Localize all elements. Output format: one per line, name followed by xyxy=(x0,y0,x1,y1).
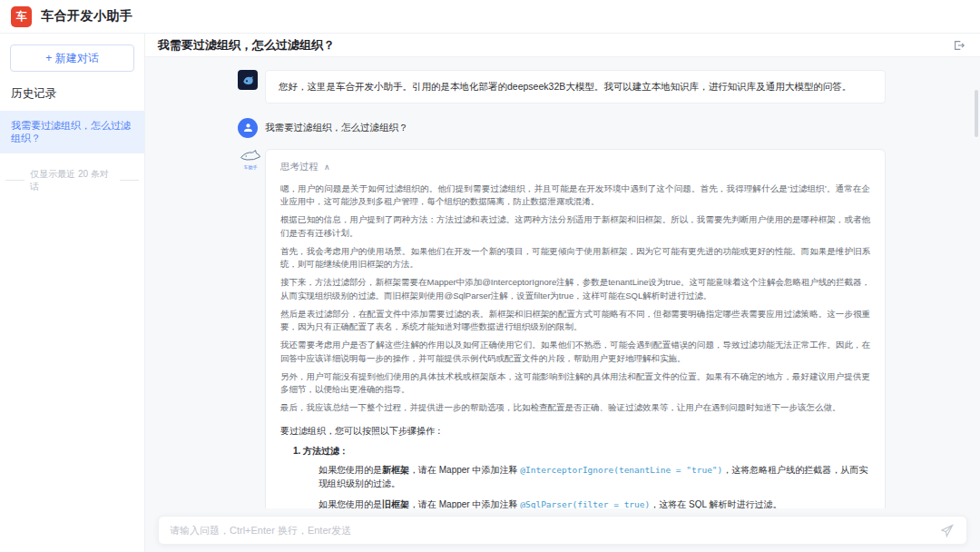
thinking-paragraph: 接下来，方法过滤部分，新框架需要在Mapper中添加@InterceptorIg… xyxy=(280,276,870,302)
user-message-row: 我需要过滤组织，怎么过滤组织？ xyxy=(238,118,886,138)
thinking-paragraph: 另外，用户可能没有提到他们使用的具体技术栈或框架版本，这可能影响到注解的具体用法… xyxy=(280,370,870,397)
assistant-answer-row: 车助手 思考过程∧ 嗯，用户的问题是关于如何过滤组织的。他们提到需要过滤组织，并… xyxy=(238,149,886,508)
inline-code: @SqlParser(filter = true) xyxy=(520,499,650,508)
app-title: 车合开发小助手 xyxy=(41,8,133,25)
chat-main: 我需要过滤组织，怎么过滤组织？ xyxy=(145,34,980,552)
chat-titlebar: 我需要过滤组织，怎么过滤组织？ xyxy=(145,34,980,57)
scrollbar[interactable] xyxy=(975,90,978,137)
thinking-paragraph: 然后是表过滤部分，在配置文件中添加需要过滤的表。新框架和旧框架的配置方式可能略有… xyxy=(280,308,870,334)
thinking-paragraph: 最后，我应该总结一下整个过程，并提供进一步的帮助选项，比如检查配置是否正确、验证… xyxy=(280,401,870,414)
chat-title: 我需要过滤组织，怎么过滤组织？ xyxy=(158,37,953,54)
message-input[interactable] xyxy=(170,525,939,536)
divider xyxy=(5,180,24,181)
user-avatar xyxy=(238,118,258,138)
step1-line2: 如果您使用的是旧框架，请在 Mapper 中添加注释 @SqlParser(fi… xyxy=(318,498,870,508)
composer-area xyxy=(145,508,980,552)
composer-box xyxy=(158,516,967,545)
answer-step-1: 1. 方法过滤： 如果您使用的是新框架，请在 Mapper 中添加注释 @Int… xyxy=(293,444,870,508)
inline-code: @InterceptorIgnore(tenantLine = "true") xyxy=(520,465,722,475)
app-header: 车 车合开发小助手 xyxy=(0,0,980,34)
collapse-icon: ∧ xyxy=(324,163,330,172)
sidebar: + 新建对话 历史记录 我需要过滤组织，怎么过滤组织？ 仅显示最近 20 条对话 xyxy=(0,34,145,552)
answer-body: 要过滤组织，您可以按照以下步骤操作： 1. 方法过滤： 如果您使用的是新框架，请… xyxy=(280,424,870,508)
sidebar-history-item-active[interactable]: 我需要过滤组织，怎么过滤组织？ xyxy=(0,111,144,153)
chat-scroll-area[interactable]: 您好，这里是车合开发小助手。引用的是本地化部署的deepseek32B大模型。我… xyxy=(145,57,980,508)
assistant-answer-card: 思考过程∧ 嗯，用户的问题是关于如何过滤组织的。他们提到需要过滤组织，并且可能是… xyxy=(265,149,886,508)
thinking-paragraph: 根据已知的信息，用户提到了两种方法：方法过滤和表过滤。这两种方法分别适用于新框架… xyxy=(280,213,870,240)
whale-avatar-caption: 车助手 xyxy=(244,164,258,170)
history-limit-note: 仅显示最近 20 条对话 xyxy=(0,168,144,193)
thinking-paragraph: 我还需要考虑用户是否了解这些注解的作用以及如何正确使用它们。如果他们不熟悉，可能… xyxy=(280,339,870,365)
divider xyxy=(120,180,139,181)
app-window: 车 车合开发小助手 + 新建对话 历史记录 我需要过滤组织，怎么过滤组织？ 仅显… xyxy=(0,0,980,552)
thinking-toggle[interactable]: 思考过程∧ xyxy=(280,161,870,173)
history-section-label: 历史记录 xyxy=(0,72,144,111)
assistant-greeting-bubble: 您好，这里是车合开发小助手。引用的是本地化部署的deepseek32B大模型。我… xyxy=(265,70,886,104)
export-icon[interactable] xyxy=(953,38,967,53)
assistant-avatar xyxy=(238,70,258,90)
send-icon[interactable] xyxy=(939,522,956,538)
thinking-paragraph: 首先，我会考虑用户的使用场景。如果他们在开发一个新的项目，可能更倾向于使用新框架… xyxy=(280,245,870,271)
new-chat-button[interactable]: + 新建对话 xyxy=(10,44,134,72)
whale-avatar: 车助手 xyxy=(238,149,263,170)
history-limit-text: 仅显示最近 20 条对话 xyxy=(30,168,114,193)
user-message-text: 我需要过滤组织，怎么过滤组织？ xyxy=(265,118,408,134)
step1-title: 1. 方法过滤： xyxy=(293,444,870,458)
answer-intro: 要过滤组织，您可以按照以下步骤操作： xyxy=(280,424,870,439)
assistant-greeting-row: 您好，这里是车合开发小助手。引用的是本地化部署的deepseek32B大模型。我… xyxy=(238,70,886,104)
app-logo-icon: 车 xyxy=(11,6,32,27)
step1-line1: 如果您使用的是新框架，请在 Mapper 中添加注释 @InterceptorI… xyxy=(318,463,870,491)
thinking-paragraph: 嗯，用户的问题是关于如何过滤组织的。他们提到需要过滤组织，并且可能是在开发环境中… xyxy=(280,182,870,209)
